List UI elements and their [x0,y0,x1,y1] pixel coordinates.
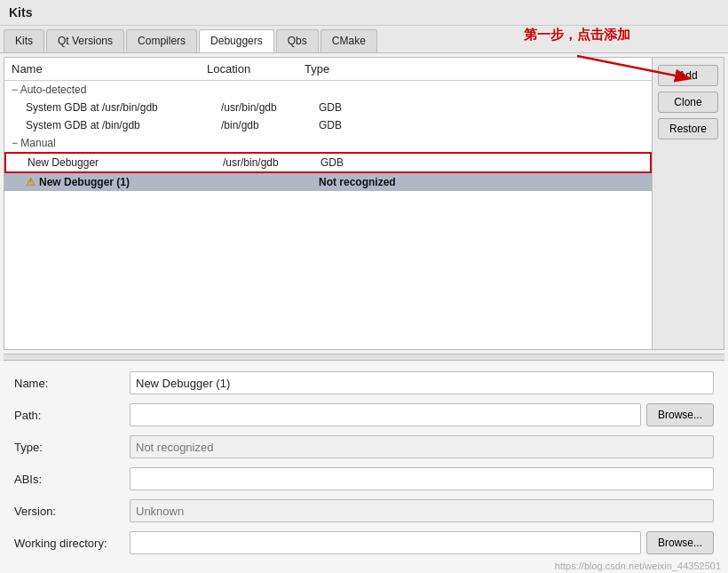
row-name: System GDB at /bin/gdb [26,119,221,131]
window-title: Kits [0,0,728,26]
divider [4,354,724,361]
tab-compilers[interactable]: Compilers [126,29,197,52]
input-with-browse: Browse... [130,403,714,426]
row-location [221,176,319,188]
row-location: /usr/bin/gdb [221,101,319,114]
details-panel: Name:Path:Browse...Type:ABIs:Version:Wor… [0,361,728,573]
form-row: Working directory:Browse... [14,531,714,554]
form-label: Type: [14,441,130,454]
col-header-type: Type [305,62,393,76]
row-location: /bin/gdb [221,119,319,131]
form-label: Path: [14,409,130,422]
form-input-type- [130,435,714,458]
form-label: Name: [14,377,130,390]
warning-icon: ⚠ [26,176,36,188]
form-input-abis-[interactable] [130,467,714,490]
form-input-name-[interactable] [130,371,714,394]
row-name: ⚠New Debugger (1) [26,176,221,188]
tabs-bar: KitsQt VersionsCompilersDebuggersQbsCMak… [0,26,728,53]
form-input-working-directory-[interactable] [130,531,641,554]
row-type: GDB [319,119,408,131]
tab-qbs[interactable]: Qbs [276,29,319,52]
browse-button[interactable]: Browse... [646,403,714,426]
form-row: Path:Browse... [14,403,714,426]
table-header: NameLocationType [4,58,652,81]
watermark: https://blog.csdn.net/weixin_44352501 [555,561,721,571]
form-label: Working directory: [14,537,130,550]
row-location: /usr/bin/gdb [223,156,320,169]
table-row[interactable]: New Debugger/usr/bin/gdbGDB [4,152,652,173]
form-input-path-[interactable] [130,403,641,426]
row-type: GDB [319,101,408,114]
table-area: NameLocationType − Auto-detectedSystem G… [4,58,652,349]
row-type: GDB [320,156,409,169]
row-type: Not recognized [319,176,408,188]
clone-button[interactable]: Clone [658,92,718,113]
section-label: − Auto-detected [4,81,652,99]
col-header-name: Name [12,62,207,76]
section-label: − Manual [4,134,652,152]
tab-debuggers[interactable]: Debuggers [199,29,274,52]
tab-qt-versions[interactable]: Qt Versions [46,29,124,52]
form-label: Version: [14,505,130,518]
restore-button[interactable]: Restore [658,118,718,139]
table-row[interactable]: ⚠New Debugger (1)Not recognized [4,173,652,191]
table-row[interactable]: System GDB at /bin/gdb/bin/gdbGDB [4,116,652,134]
add-button[interactable]: Add [658,65,718,86]
form-row: Name: [14,371,714,394]
browse-button[interactable]: Browse... [646,531,714,554]
form-input-version- [130,499,714,522]
form-label: ABIs: [14,473,130,486]
buttons-panel: Add Clone Restore [652,58,724,349]
form-row: Type: [14,435,714,458]
table-row[interactable]: System GDB at /usr/bin/gdb/usr/bin/gdbGD… [4,99,652,116]
content-panel: NameLocationType − Auto-detectedSystem G… [4,57,724,350]
row-name: New Debugger [28,156,223,169]
tree-content: − Auto-detectedSystem GDB at /usr/bin/gd… [4,81,652,191]
tab-cmake[interactable]: CMake [320,29,377,52]
form-row: Version: [14,499,714,522]
tab-kits[interactable]: Kits [4,29,44,52]
form-row: ABIs: [14,467,714,490]
row-name: System GDB at /usr/bin/gdb [26,101,221,114]
col-header-location: Location [207,62,305,76]
input-with-browse: Browse... [130,531,714,554]
